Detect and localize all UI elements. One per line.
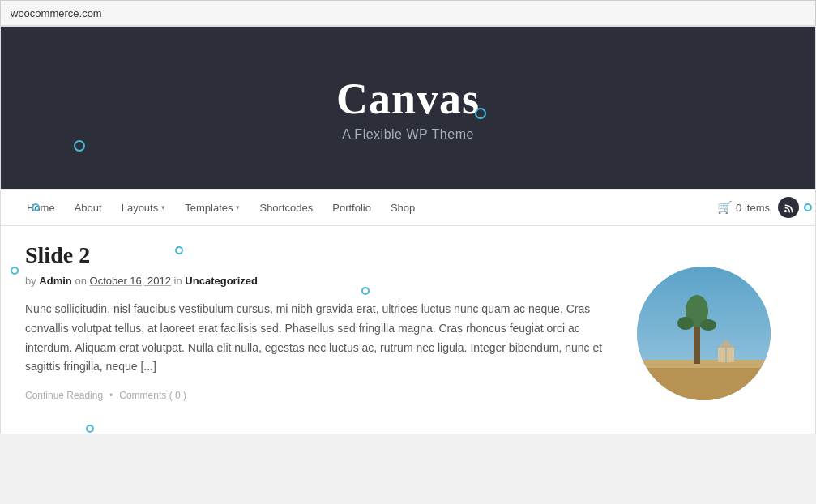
content-dot-1 xyxy=(11,267,19,275)
decorative-dot-1 xyxy=(74,140,85,152)
post-author[interactable]: Admin xyxy=(39,275,71,287)
site-wrapper: Canvas A Flexible WP Theme Home About La… xyxy=(0,26,816,434)
nav-item-portfolio[interactable]: Portfolio xyxy=(323,189,381,226)
post-footer: Continue Reading • Comments ( 0 ) xyxy=(25,390,621,401)
post-category: Uncategorized xyxy=(185,275,258,287)
decorative-dot-2 xyxy=(475,108,486,119)
site-nav: Home About Layouts ▾ Templates ▾ Shortco… xyxy=(1,189,815,226)
footer-separator: • xyxy=(109,390,113,401)
featured-image-svg xyxy=(637,267,771,400)
post-title: Slide 2 xyxy=(25,242,621,268)
post-meta: by Admin on October 16, 2012 in Uncatego… xyxy=(25,275,621,287)
featured-image xyxy=(637,267,771,400)
nav-dot-right xyxy=(804,203,812,211)
rss-icon xyxy=(784,203,794,213)
browser-address-bar[interactable]: woocommerce.com xyxy=(0,0,816,26)
nav-item-shortcodes[interactable]: Shortcodes xyxy=(250,189,323,226)
nav-item-home[interactable]: Home xyxy=(17,189,65,226)
cart-icon: 🛒 xyxy=(717,200,733,215)
post: Slide 2 by Admin on October 16, 2012 in … xyxy=(25,242,621,401)
site-header: Canvas A Flexible WP Theme xyxy=(1,27,815,189)
content-dot-2 xyxy=(175,246,183,254)
content-dot-3 xyxy=(361,287,370,295)
continue-reading-link[interactable]: Continue Reading xyxy=(25,390,103,401)
svg-point-8 xyxy=(700,319,716,331)
main-content: Slide 2 by Admin on October 16, 2012 in … xyxy=(1,226,815,434)
rss-button[interactable] xyxy=(778,197,799,218)
nav-links: Home About Layouts ▾ Templates ▾ Shortco… xyxy=(17,189,717,226)
site-title: Canvas xyxy=(336,74,480,124)
svg-point-0 xyxy=(784,209,786,211)
nav-item-shop[interactable]: Shop xyxy=(381,189,425,226)
url-text: woocommerce.com xyxy=(11,7,102,19)
nav-right: 🛒 0 items xyxy=(717,197,799,218)
svg-rect-4 xyxy=(637,368,771,400)
svg-point-7 xyxy=(677,317,694,330)
layouts-dropdown-arrow: ▾ xyxy=(161,203,165,211)
sidebar xyxy=(637,242,791,401)
nav-dot-left xyxy=(32,203,40,211)
content-area: Slide 2 by Admin on October 16, 2012 in … xyxy=(25,242,621,401)
meta-by-prefix: by xyxy=(25,275,36,287)
cart-area[interactable]: 🛒 0 items xyxy=(717,200,770,215)
post-excerpt: Nunc sollicitudin, nisl faucibus vestibu… xyxy=(25,300,621,377)
templates-dropdown-arrow: ▾ xyxy=(236,203,240,211)
nav-item-templates[interactable]: Templates ▾ xyxy=(175,189,250,226)
nav-item-layouts[interactable]: Layouts ▾ xyxy=(112,189,176,226)
content-dot-4 xyxy=(86,425,94,433)
comments-link[interactable]: Comments ( 0 ) xyxy=(119,390,186,401)
meta-in-prefix: in xyxy=(174,275,186,287)
cart-count: 0 items xyxy=(736,202,770,214)
site-tagline: A Flexible WP Theme xyxy=(342,127,474,142)
nav-item-about[interactable]: About xyxy=(65,189,112,226)
meta-on-prefix: on xyxy=(75,275,89,287)
post-date: October 16, 2012 xyxy=(90,275,171,287)
